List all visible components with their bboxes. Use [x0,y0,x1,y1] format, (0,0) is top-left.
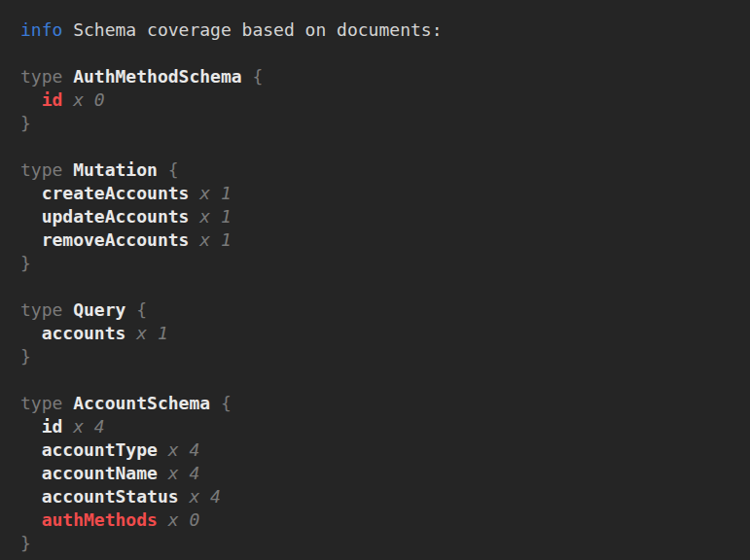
info-line: infoSchema coverage based on documents: [20,18,742,42]
blank-line [20,42,742,65]
type-block: typeQuery{ accountsx1 } [20,275,742,368]
type-keyword: type [20,299,62,320]
close-brace-line: } [20,345,742,368]
count-value: 0 [189,509,199,530]
type-declaration-line: typeAuthMethodSchema{ [20,65,742,88]
type-block: typeMutation{ createAccountsx1 updateAcc… [20,135,742,275]
times-symbol: x [199,229,210,250]
times-symbol: x [168,463,179,483]
coverage-count: x1 [199,229,232,250]
coverage-count: x4 [73,416,105,437]
times-symbol: x [73,416,84,437]
times-symbol: x [199,183,210,203]
field-line: authMethodsx0 [20,508,742,532]
type-name: Query [73,299,125,320]
field-line: updateAccountsx1 [20,205,742,228]
field-list: idx0 [20,88,742,112]
close-brace-line: } [20,532,742,555]
times-symbol: x [136,323,147,343]
field-line: idx0 [20,88,742,112]
coverage-count: x1 [199,183,232,203]
count-value: 1 [221,206,232,227]
close-brace-icon: } [20,533,31,553]
type-keyword: type [20,66,62,87]
coverage-count: x0 [73,89,105,110]
coverage-count: x0 [168,509,200,530]
blank-line [20,275,742,298]
count-value: 4 [189,439,199,460]
field-name: updateAccounts [42,206,190,227]
field-name: removeAccounts [42,229,190,250]
close-brace-line: } [20,112,742,135]
field-name: id [42,89,63,110]
close-brace-line: } [20,252,742,275]
coverage-count: x4 [168,463,200,483]
count-value: 4 [189,463,199,483]
open-brace-icon: { [221,393,232,413]
field-name: accountStatus [42,486,179,507]
type-block: typeAccountSchema{ idx4 accountTypex4 ac… [20,368,742,555]
field-name: createAccounts [42,183,190,203]
type-name: AuthMethodSchema [73,66,241,87]
count-value: 1 [158,323,168,343]
type-keyword: type [20,393,62,413]
coverage-count: x1 [136,323,168,343]
count-value: 1 [221,229,232,250]
type-blocks-container: typeAuthMethodSchema{ idx0 } typeMutatio… [20,42,742,555]
field-name: accountName [42,463,158,483]
field-line: idx4 [20,415,742,438]
open-brace-icon: { [136,299,147,320]
count-value: 4 [210,486,221,507]
field-name: accountType [42,439,158,460]
times-symbol: x [73,89,84,110]
type-declaration-line: typeQuery{ [20,298,742,322]
field-name: id [42,416,63,437]
type-block: typeAuthMethodSchema{ idx0 } [20,42,742,135]
field-line: accountsx1 [20,322,742,345]
open-brace-icon: { [168,159,179,180]
type-declaration-line: typeMutation{ [20,158,742,182]
blank-line [20,135,742,158]
times-symbol: x [168,439,179,460]
field-name: accounts [42,323,126,343]
times-symbol: x [189,486,199,507]
count-value: 1 [221,183,232,203]
field-line: accountStatusx4 [20,485,742,508]
coverage-count: x4 [189,486,221,507]
field-line: accountNamex4 [20,462,742,485]
terminal-output: infoSchema coverage based on documents: … [0,0,750,555]
type-keyword: type [20,159,62,180]
open-brace-icon: { [252,66,263,87]
type-declaration-line: typeAccountSchema{ [20,392,742,415]
coverage-count: x4 [168,439,200,460]
close-brace-icon: } [20,113,31,133]
field-name: authMethods [42,509,158,530]
field-line: accountTypex4 [20,438,742,462]
type-name: Mutation [73,159,158,180]
info-message: Schema coverage based on documents: [73,19,442,40]
field-list: createAccountsx1 updateAccountsx1 remove… [20,182,742,252]
field-list: accountsx1 [20,322,742,345]
close-brace-icon: } [20,346,31,367]
close-brace-icon: } [20,253,31,273]
type-name: AccountSchema [73,393,210,413]
count-value: 0 [94,89,105,110]
field-list: idx4 accountTypex4 accountNamex4 account… [20,415,742,532]
coverage-count: x1 [199,206,232,227]
count-value: 4 [94,416,105,437]
field-line: createAccountsx1 [20,182,742,205]
blank-line [20,368,742,392]
times-symbol: x [199,206,210,227]
times-symbol: x [168,509,179,530]
field-line: removeAccountsx1 [20,228,742,252]
info-badge: info [20,19,62,40]
